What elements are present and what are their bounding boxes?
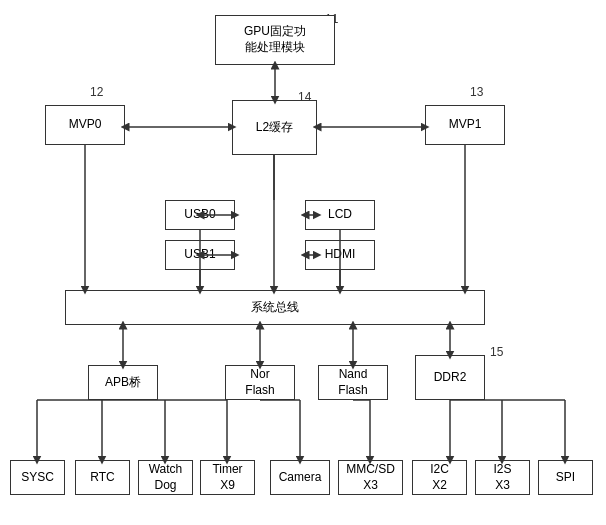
apb-block: APB桥	[88, 365, 158, 400]
l2-block: L2缓存	[232, 100, 317, 155]
sysbus-block: 系统总线	[65, 290, 485, 325]
ref-12: 12	[90, 85, 103, 99]
i2s-block: I2S X3	[475, 460, 530, 495]
ddr2-block: DDR2	[415, 355, 485, 400]
watchdog-block: Watch Dog	[138, 460, 193, 495]
block-diagram: 11 12 13 14 15 GPU固定功 能处理模块 MVP0 MVP1 L2…	[0, 0, 606, 525]
i2c-block: I2C X2	[412, 460, 467, 495]
usb0-block: USB0	[165, 200, 235, 230]
rtc-block: RTC	[75, 460, 130, 495]
spi-block: SPI	[538, 460, 593, 495]
nandflash-block: Nand Flash	[318, 365, 388, 400]
ref-13: 13	[470, 85, 483, 99]
hdmi-block: HDMI	[305, 240, 375, 270]
ref-15: 15	[490, 345, 503, 359]
mmcsd-block: MMC/SD X3	[338, 460, 403, 495]
sysc-block: SYSC	[10, 460, 65, 495]
timerx9-block: Timer X9	[200, 460, 255, 495]
gpu-block: GPU固定功 能处理模块	[215, 15, 335, 65]
connection-arrows	[0, 0, 606, 525]
usb1-block: USB1	[165, 240, 235, 270]
lcd-block: LCD	[305, 200, 375, 230]
norflash-block: Nor Flash	[225, 365, 295, 400]
mvp1-block: MVP1	[425, 105, 505, 145]
mvp0-block: MVP0	[45, 105, 125, 145]
camera-block: Camera	[270, 460, 330, 495]
